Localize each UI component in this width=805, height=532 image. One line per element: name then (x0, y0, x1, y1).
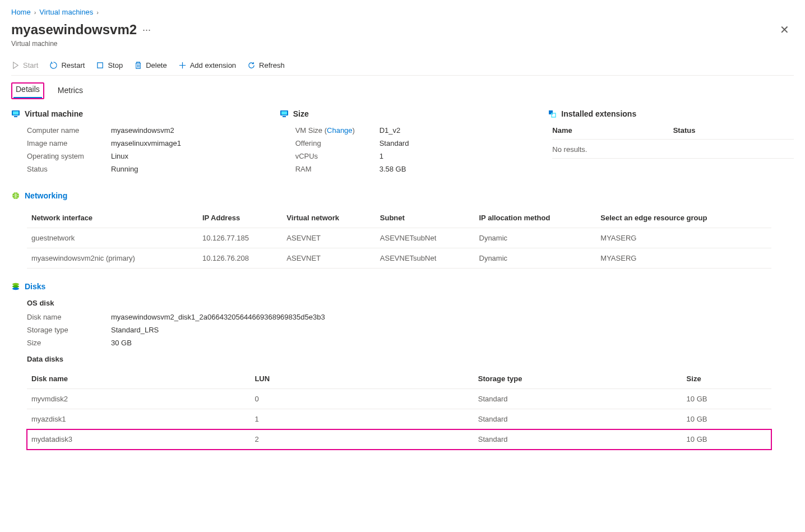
disk-col-name[interactable]: Disk name (27, 369, 250, 389)
networking-heading-label: Networking (25, 191, 67, 200)
value-image-name: myaselinuxvmimage1 (111, 139, 181, 147)
section-heading-size: Size (280, 109, 526, 118)
label-ram: RAM (295, 165, 380, 173)
cell-storage: Standard (474, 409, 682, 429)
value-vcpus: 1 (380, 152, 383, 160)
disk-col-lun[interactable]: LUN (250, 369, 473, 389)
close-icon[interactable]: ✕ (775, 21, 794, 39)
restart-icon (49, 61, 58, 70)
disk-col-storage[interactable]: Storage type (474, 369, 682, 389)
value-computer-name: myasewindowsvm2 (111, 126, 174, 135)
net-col-subnet[interactable]: Subnet (376, 208, 475, 228)
tab-bar: Details Metrics (11, 82, 794, 99)
label-osdisk-storage: Storage type (27, 326, 111, 334)
cell-erg: MYASERG (596, 248, 771, 269)
net-col-vnet[interactable]: Virtual network (282, 208, 375, 228)
delete-button[interactable]: Delete (134, 61, 167, 70)
label-vmsize: VM Size (Change) (295, 126, 380, 135)
more-actions-button[interactable]: ··· (142, 24, 151, 36)
change-size-link[interactable]: Change (327, 126, 353, 135)
cell-storage: Standard (474, 389, 682, 409)
label-os: Operating system (27, 152, 111, 160)
cell-size: 10 GB (682, 409, 771, 429)
table-row[interactable]: mydatadisk32Standard10 GB (27, 429, 771, 450)
delete-label: Delete (146, 61, 167, 70)
cell-vnet: ASEVNET (282, 248, 375, 269)
cell-size: 10 GB (682, 389, 771, 409)
table-row[interactable]: myvmdisk20Standard10 GB (27, 389, 771, 409)
table-row[interactable]: guestnetwork10.126.77.185ASEVNETASEVNETs… (27, 228, 771, 248)
start-label: Start (23, 61, 38, 70)
extension-icon (548, 109, 557, 118)
table-row[interactable]: myasewindowsvm2nic (primary)10.126.76.20… (27, 248, 771, 269)
data-disks-heading: Data disks (27, 355, 794, 363)
label-offering: Offering (295, 139, 380, 147)
extensions-empty-message: No results. (552, 145, 794, 159)
refresh-icon (247, 61, 256, 70)
restart-button[interactable]: Restart (49, 61, 85, 70)
cell-ip: 10.126.76.208 (198, 248, 282, 269)
label-image-name: Image name (27, 139, 111, 147)
size-icon (280, 109, 289, 118)
add-extension-label: Add extension (190, 61, 236, 70)
net-col-nic[interactable]: Network interface (27, 208, 198, 228)
net-col-ip[interactable]: IP Address (198, 208, 282, 228)
cell-nic: myasewindowsvm2nic (primary) (27, 248, 198, 269)
svg-point-10 (12, 283, 19, 285)
command-bar: Start Restart Stop Delete Add extension … (11, 58, 794, 76)
section-heading-vm: Virtual machine (11, 109, 257, 118)
vmsize-text: VM Size (295, 126, 322, 135)
svg-rect-3 (14, 116, 17, 117)
value-osdisk-size: 30 GB (111, 339, 132, 347)
extensions-heading-label: Installed extensions (561, 109, 636, 118)
label-computer-name: Computer name (27, 126, 111, 135)
refresh-button[interactable]: Refresh (247, 61, 285, 70)
value-offering: Standard (380, 139, 409, 147)
value-os: Linux (111, 152, 128, 160)
value-osdisk-name: myasewindowsvm2_disk1_2a0664320564466936… (111, 313, 257, 321)
cell-name: myazdisk1 (27, 409, 250, 429)
page-title: myasewindowsvm2 (11, 22, 137, 38)
start-button[interactable]: Start (11, 61, 38, 70)
resource-type-label: Virtual machine (11, 40, 794, 48)
svg-point-11 (12, 285, 19, 288)
section-heading-disks[interactable]: Disks (11, 282, 794, 291)
stop-button[interactable]: Stop (96, 61, 123, 70)
breadcrumb-home[interactable]: Home (11, 8, 31, 16)
stop-icon (96, 61, 104, 70)
svg-rect-6 (283, 116, 286, 117)
cell-lun: 0 (250, 389, 473, 409)
cell-erg: MYASERG (596, 228, 771, 248)
disk-col-size[interactable]: Size (682, 369, 771, 389)
table-row[interactable]: myazdisk11Standard10 GB (27, 409, 771, 429)
cell-lun: 1 (250, 409, 473, 429)
svg-point-12 (12, 288, 19, 290)
plus-icon (178, 61, 187, 70)
label-osdisk-name: Disk name (27, 313, 111, 321)
networking-table: Network interface IP Address Virtual net… (27, 208, 771, 269)
value-osdisk-storage: Standard_LRS (111, 326, 159, 334)
cell-ip: 10.126.77.185 (198, 228, 282, 248)
svg-rect-0 (98, 63, 103, 68)
os-disk-heading: OS disk (27, 299, 794, 307)
chevron-right-icon: › (96, 9, 99, 16)
section-heading-networking[interactable]: Networking (11, 191, 794, 200)
globe-icon (11, 191, 20, 200)
size-heading-label: Size (293, 109, 309, 118)
ext-col-status: Status (673, 126, 794, 135)
play-icon (11, 61, 20, 70)
net-col-erg[interactable]: Select an edge resource group (596, 208, 771, 228)
trash-icon (134, 61, 142, 70)
net-col-alloc[interactable]: IP allocation method (475, 208, 596, 228)
breadcrumb-vms[interactable]: Virtual machines (39, 8, 93, 16)
disks-icon (11, 282, 20, 291)
tab-details[interactable]: Details (13, 81, 42, 98)
value-ram: 3.58 GB (380, 165, 406, 173)
svg-rect-2 (13, 112, 18, 115)
cell-nic: guestnetwork (27, 228, 198, 248)
restart-label: Restart (61, 61, 85, 70)
cell-lun: 2 (250, 429, 473, 450)
add-extension-button[interactable]: Add extension (178, 61, 236, 70)
cell-subnet: ASEVNETsubNet (376, 228, 475, 248)
tab-metrics[interactable]: Metrics (55, 82, 85, 99)
